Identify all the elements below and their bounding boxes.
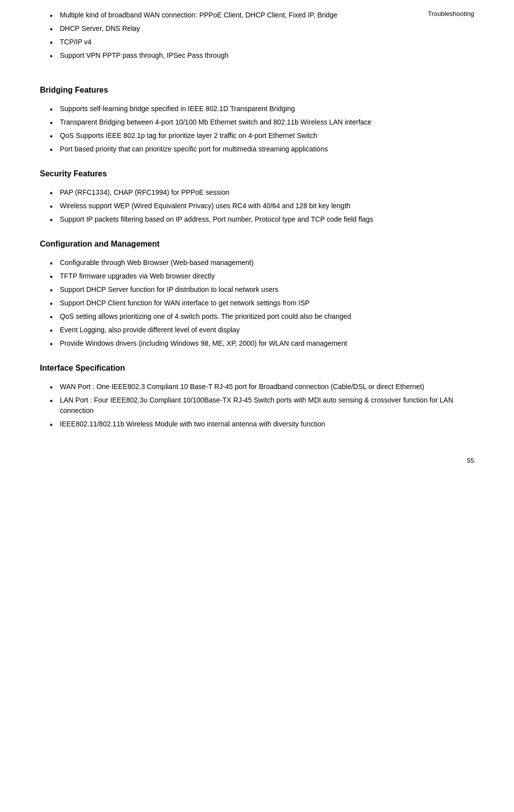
intro-bullet-list: Multiple kind of broadband WAN connectio… — [50, 10, 474, 61]
section-heading-bridging-features: Bridging Features — [40, 86, 474, 95]
list-item: Transparent Bridging between 4-port 10/1… — [50, 117, 474, 128]
list-item: Event Logging, also provide different le… — [50, 325, 474, 335]
section-configuration-management: Configuration and ManagementConfigurable… — [40, 240, 474, 349]
section-heading-configuration-management: Configuration and Management — [40, 240, 474, 249]
bullet-list-configuration-management: Configurable through Web Browser (Web-ba… — [50, 258, 474, 349]
list-item: Support DHCP Client function for WAN int… — [50, 298, 474, 308]
list-item: Wireless support WEP (Wired Equivalent P… — [50, 201, 474, 211]
section-heading-security-features: Security Features — [40, 169, 474, 178]
list-item: WAN Port : One IEEE802.3 Compliant 10 Ba… — [50, 382, 474, 392]
list-item: Supports self-learning bridge specified … — [50, 104, 474, 114]
list-item: DHCP Server, DNS Relay — [50, 23, 474, 34]
list-item: PAP (RFC1334), CHAP (RFC1994) for PPPoE … — [50, 187, 474, 198]
list-item: Support DHCP Server function for IP dist… — [50, 284, 474, 295]
section-interface-specification: Interface SpecificationWAN Port : One IE… — [40, 364, 474, 429]
section-security-features: Security FeaturesPAP (RFC1334), CHAP (RF… — [40, 169, 474, 225]
bullet-list-security-features: PAP (RFC1334), CHAP (RFC1994) for PPPoE … — [50, 187, 474, 225]
list-item: Port based priority that can prioritize … — [50, 144, 474, 154]
bullet-list-interface-specification: WAN Port : One IEEE802.3 Compliant 10 Ba… — [50, 382, 474, 429]
sections-container: Bridging FeaturesSupports self-learning … — [40, 86, 474, 429]
list-item: TFTP firmware upgrades via Web browser d… — [50, 271, 474, 281]
list-item: QoS Supports IEEE 802.1p tag for priorit… — [50, 131, 474, 141]
list-item: Provide Windows drivers (including Windo… — [50, 338, 474, 349]
list-item: TCP/IP v4 — [50, 37, 474, 47]
list-item: Support VPN PPTP pass through, IPSec Pas… — [50, 50, 474, 61]
intro-section: Multiple kind of broadband WAN connectio… — [40, 10, 474, 61]
list-item: Configurable through Web Browser (Web-ba… — [50, 258, 474, 268]
list-item: QoS setting allows prioritizing one of 4… — [50, 311, 474, 322]
page-number: 55 — [467, 457, 474, 464]
list-item: LAN Port : Four IEEE802.3u Compliant 10/… — [50, 395, 474, 416]
section-bridging-features: Bridging FeaturesSupports self-learning … — [40, 86, 474, 154]
list-item: Support IP packets filtering based on IP… — [50, 214, 474, 225]
bullet-list-bridging-features: Supports self-learning bridge specified … — [50, 104, 474, 154]
list-item: IEEE802.11/802.11b Wireless Module with … — [50, 419, 474, 429]
section-heading-interface-specification: Interface Specification — [40, 364, 474, 373]
list-item: Multiple kind of broadband WAN connectio… — [50, 10, 474, 20]
